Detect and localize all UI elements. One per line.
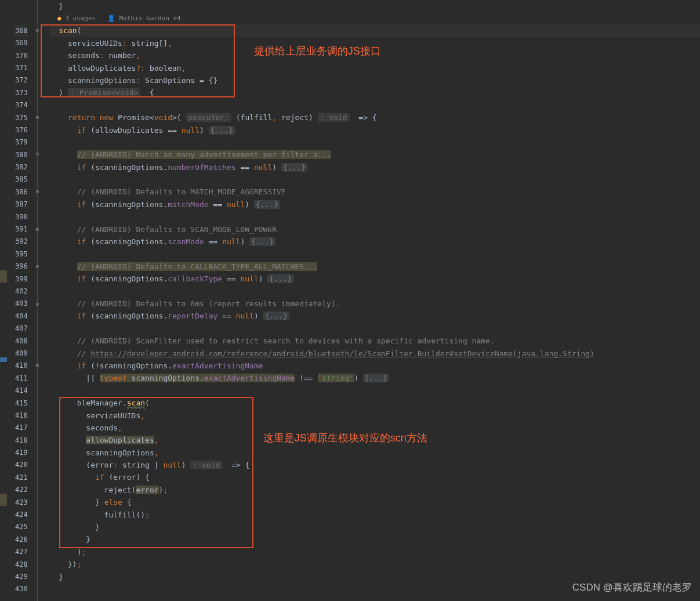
fold-column: ⊟ ⊞ ⊞ ⊞ ⊞ ⊞ ⊞ ⊞ bbox=[32, 0, 45, 601]
watermark: CSDN @喜欢踢足球的老罗 bbox=[572, 581, 692, 594]
hl-marker bbox=[0, 270, 7, 283]
usages-count[interactable]: 3 usages bbox=[65, 15, 96, 22]
folded-block[interactable]: {...} bbox=[281, 163, 307, 172]
folded-block[interactable]: {...} bbox=[254, 200, 280, 209]
param-hint: executor: bbox=[186, 113, 231, 122]
fold-toggle[interactable]: ⊞ bbox=[34, 363, 41, 369]
fold-toggle[interactable]: ⊞ bbox=[34, 114, 41, 121]
line-number: 368 bbox=[15, 25, 28, 37]
fold-toggle[interactable]: ⊟ bbox=[34, 27, 41, 34]
fold-toggle[interactable]: ⊞ bbox=[34, 263, 41, 270]
line-number-gutter: 368 369 370 371 372 373 374 375 376 379 … bbox=[7, 0, 32, 601]
annotation-label-top: 提供给上层业务调的JS接口 bbox=[254, 44, 381, 58]
fold-toggle[interactable]: ⊞ bbox=[34, 189, 41, 195]
folded-block[interactable]: {...} bbox=[209, 126, 235, 135]
author-icon: 👤 bbox=[107, 15, 115, 22]
info-marker[interactable] bbox=[0, 357, 7, 362]
return-type-hint: : Promise<void> bbox=[68, 88, 140, 97]
fold-toggle[interactable]: ⊞ bbox=[34, 151, 41, 157]
code-editor: 368 369 370 371 372 373 374 375 376 379 … bbox=[0, 0, 700, 601]
folded-block[interactable]: {...} bbox=[267, 274, 293, 283]
fold-toggle[interactable]: ⊞ bbox=[34, 226, 41, 233]
marker-strip bbox=[0, 0, 7, 601]
hl-marker bbox=[0, 494, 7, 506]
code-content[interactable]: } ● 3 usages 👤 Mathis Gardon +4 scan( se… bbox=[45, 0, 700, 601]
return-hint: : void bbox=[318, 113, 350, 122]
folded-block[interactable]: {...} bbox=[249, 237, 275, 246]
return-hint: : void bbox=[190, 461, 222, 469]
folded-block[interactable]: {...} bbox=[263, 312, 289, 320]
authors-link[interactable]: Mathis Gardon +4 bbox=[119, 15, 181, 22]
annotation-label-bottom: 这里是JS调原生模块对应的scn方法 bbox=[263, 431, 427, 445]
usages-dot-icon: ● bbox=[57, 15, 61, 22]
fold-toggle[interactable]: ⊞ bbox=[34, 301, 41, 307]
folded-block[interactable]: {...} bbox=[363, 374, 389, 382]
doc-url-link[interactable]: https://developer.android.com/reference/… bbox=[90, 349, 594, 358]
